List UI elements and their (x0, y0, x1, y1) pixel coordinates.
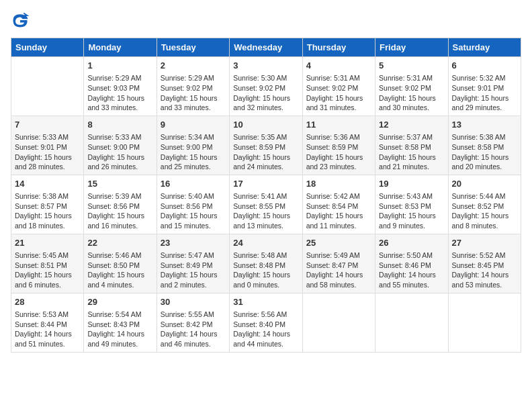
day-info: Sunrise: 5:40 AM Sunset: 8:56 PM Dayligh… (161, 191, 226, 231)
day-info: Sunrise: 5:43 AM Sunset: 8:53 PM Dayligh… (379, 191, 444, 231)
day-info: Sunrise: 5:44 AM Sunset: 8:52 PM Dayligh… (452, 191, 517, 231)
day-number: 27 (452, 237, 517, 249)
calendar-cell: 17Sunrise: 5:41 AM Sunset: 8:55 PM Dayli… (230, 175, 302, 234)
header-friday: Friday (375, 38, 448, 57)
day-number: 2 (161, 60, 226, 72)
day-number: 14 (15, 178, 80, 190)
calendar-cell: 19Sunrise: 5:43 AM Sunset: 8:53 PM Dayli… (375, 175, 448, 234)
header-sunday: Sunday (11, 38, 84, 57)
header-thursday: Thursday (302, 38, 375, 57)
logo (11, 11, 31, 30)
day-number: 20 (452, 178, 517, 190)
header-saturday: Saturday (448, 38, 521, 57)
day-info: Sunrise: 5:31 AM Sunset: 9:02 PM Dayligh… (306, 73, 371, 113)
day-number: 4 (306, 60, 371, 72)
calendar-week-2: 7Sunrise: 5:33 AM Sunset: 9:01 PM Daylig… (11, 116, 521, 175)
day-number: 25 (306, 237, 371, 249)
header-wednesday: Wednesday (230, 38, 302, 57)
calendar-cell: 18Sunrise: 5:42 AM Sunset: 8:54 PM Dayli… (302, 175, 375, 234)
calendar-cell: 29Sunrise: 5:54 AM Sunset: 8:43 PM Dayli… (84, 293, 157, 352)
day-number: 6 (452, 60, 517, 72)
day-number: 8 (87, 119, 152, 131)
calendar-cell: 8Sunrise: 5:33 AM Sunset: 9:00 PM Daylig… (84, 116, 157, 175)
calendar-cell: 22Sunrise: 5:46 AM Sunset: 8:50 PM Dayli… (84, 234, 157, 293)
calendar-week-4: 21Sunrise: 5:45 AM Sunset: 8:51 PM Dayli… (11, 234, 521, 293)
calendar-cell: 13Sunrise: 5:38 AM Sunset: 8:58 PM Dayli… (448, 116, 521, 175)
day-info: Sunrise: 5:35 AM Sunset: 8:59 PM Dayligh… (233, 132, 298, 172)
calendar-cell: 15Sunrise: 5:39 AM Sunset: 8:56 PM Dayli… (84, 175, 157, 234)
page-header (11, 11, 521, 30)
day-info: Sunrise: 5:38 AM Sunset: 8:58 PM Dayligh… (452, 132, 517, 172)
calendar-cell: 21Sunrise: 5:45 AM Sunset: 8:51 PM Dayli… (11, 234, 84, 293)
day-number: 30 (161, 296, 226, 308)
day-number: 28 (15, 296, 80, 308)
calendar-cell: 30Sunrise: 5:55 AM Sunset: 8:42 PM Dayli… (157, 293, 229, 352)
day-info: Sunrise: 5:47 AM Sunset: 8:49 PM Dayligh… (161, 250, 226, 290)
calendar-cell: 10Sunrise: 5:35 AM Sunset: 8:59 PM Dayli… (230, 116, 302, 175)
calendar-table: SundayMondayTuesdayWednesdayThursdayFrid… (11, 38, 521, 353)
day-number: 1 (87, 60, 152, 72)
calendar-cell: 3Sunrise: 5:30 AM Sunset: 9:02 PM Daylig… (230, 57, 302, 116)
calendar-cell: 6Sunrise: 5:32 AM Sunset: 9:01 PM Daylig… (448, 57, 521, 116)
day-info: Sunrise: 5:33 AM Sunset: 9:01 PM Dayligh… (15, 132, 80, 172)
calendar-week-5: 28Sunrise: 5:53 AM Sunset: 8:44 PM Dayli… (11, 293, 521, 352)
calendar-header-row: SundayMondayTuesdayWednesdayThursdayFrid… (11, 38, 521, 57)
day-info: Sunrise: 5:39 AM Sunset: 8:56 PM Dayligh… (87, 191, 152, 231)
day-number: 22 (87, 237, 152, 249)
calendar-cell: 27Sunrise: 5:52 AM Sunset: 8:45 PM Dayli… (448, 234, 521, 293)
calendar-cell: 2Sunrise: 5:29 AM Sunset: 9:02 PM Daylig… (157, 57, 229, 116)
calendar-week-3: 14Sunrise: 5:38 AM Sunset: 8:57 PM Dayli… (11, 175, 521, 234)
header-tuesday: Tuesday (157, 38, 229, 57)
day-info: Sunrise: 5:32 AM Sunset: 9:01 PM Dayligh… (452, 73, 517, 113)
day-info: Sunrise: 5:49 AM Sunset: 8:47 PM Dayligh… (306, 250, 371, 290)
calendar-cell (375, 293, 448, 352)
day-number: 15 (87, 178, 152, 190)
day-info: Sunrise: 5:54 AM Sunset: 8:43 PM Dayligh… (87, 310, 152, 349)
calendar-cell: 26Sunrise: 5:50 AM Sunset: 8:46 PM Dayli… (375, 234, 448, 293)
day-info: Sunrise: 5:52 AM Sunset: 8:45 PM Dayligh… (452, 250, 517, 290)
day-number: 21 (15, 237, 80, 249)
day-number: 12 (379, 119, 444, 131)
day-info: Sunrise: 5:41 AM Sunset: 8:55 PM Dayligh… (233, 191, 298, 231)
day-number: 3 (233, 60, 298, 72)
day-info: Sunrise: 5:53 AM Sunset: 8:44 PM Dayligh… (15, 310, 80, 349)
day-info: Sunrise: 5:29 AM Sunset: 9:02 PM Dayligh… (161, 73, 226, 113)
day-number: 11 (306, 119, 371, 131)
calendar-cell: 28Sunrise: 5:53 AM Sunset: 8:44 PM Dayli… (11, 293, 84, 352)
calendar-cell (11, 57, 84, 116)
day-info: Sunrise: 5:30 AM Sunset: 9:02 PM Dayligh… (233, 73, 298, 113)
day-number: 19 (379, 178, 444, 190)
header-monday: Monday (84, 38, 157, 57)
day-info: Sunrise: 5:42 AM Sunset: 8:54 PM Dayligh… (306, 191, 371, 231)
day-number: 18 (306, 178, 371, 190)
day-info: Sunrise: 5:31 AM Sunset: 9:02 PM Dayligh… (379, 73, 444, 113)
day-info: Sunrise: 5:48 AM Sunset: 8:48 PM Dayligh… (233, 250, 298, 290)
day-number: 31 (233, 296, 298, 308)
logo-icon (11, 11, 30, 30)
calendar-cell: 20Sunrise: 5:44 AM Sunset: 8:52 PM Dayli… (448, 175, 521, 234)
day-info: Sunrise: 5:45 AM Sunset: 8:51 PM Dayligh… (15, 250, 80, 290)
day-info: Sunrise: 5:56 AM Sunset: 8:40 PM Dayligh… (233, 310, 298, 349)
day-number: 23 (161, 237, 226, 249)
day-number: 26 (379, 237, 444, 249)
calendar-cell: 25Sunrise: 5:49 AM Sunset: 8:47 PM Dayli… (302, 234, 375, 293)
day-info: Sunrise: 5:36 AM Sunset: 8:59 PM Dayligh… (306, 132, 371, 172)
day-number: 16 (161, 178, 226, 190)
calendar-cell (448, 293, 521, 352)
day-info: Sunrise: 5:50 AM Sunset: 8:46 PM Dayligh… (379, 250, 444, 290)
day-number: 9 (161, 119, 226, 131)
calendar-cell: 9Sunrise: 5:34 AM Sunset: 9:00 PM Daylig… (157, 116, 229, 175)
calendar-cell: 16Sunrise: 5:40 AM Sunset: 8:56 PM Dayli… (157, 175, 229, 234)
calendar-cell: 7Sunrise: 5:33 AM Sunset: 9:01 PM Daylig… (11, 116, 84, 175)
calendar-cell: 31Sunrise: 5:56 AM Sunset: 8:40 PM Dayli… (230, 293, 302, 352)
day-number: 13 (452, 119, 517, 131)
calendar-cell: 1Sunrise: 5:29 AM Sunset: 9:03 PM Daylig… (84, 57, 157, 116)
calendar-cell: 4Sunrise: 5:31 AM Sunset: 9:02 PM Daylig… (302, 57, 375, 116)
day-number: 7 (15, 119, 80, 131)
day-info: Sunrise: 5:29 AM Sunset: 9:03 PM Dayligh… (87, 73, 152, 113)
calendar-week-1: 1Sunrise: 5:29 AM Sunset: 9:03 PM Daylig… (11, 57, 521, 116)
calendar-cell: 12Sunrise: 5:37 AM Sunset: 8:58 PM Dayli… (375, 116, 448, 175)
day-number: 24 (233, 237, 298, 249)
calendar-cell: 24Sunrise: 5:48 AM Sunset: 8:48 PM Dayli… (230, 234, 302, 293)
calendar-cell: 14Sunrise: 5:38 AM Sunset: 8:57 PM Dayli… (11, 175, 84, 234)
